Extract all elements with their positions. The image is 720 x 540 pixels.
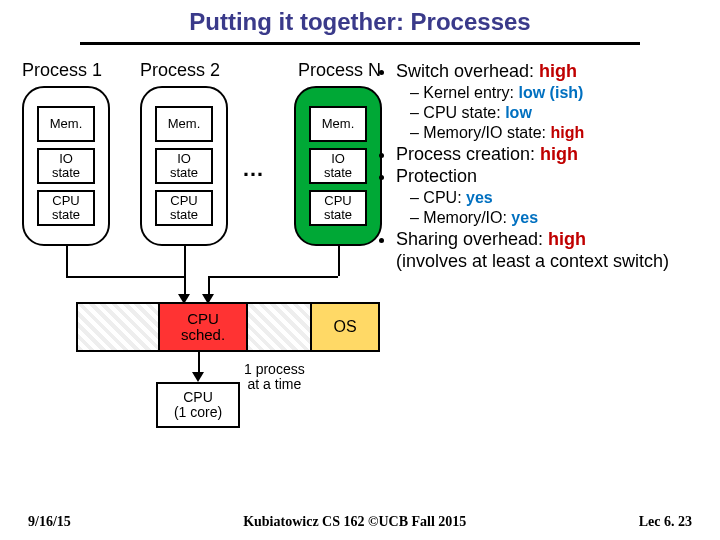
arrow-line: [338, 246, 340, 276]
footer-page: Lec 6. 23: [639, 514, 692, 530]
title-rule: [80, 42, 640, 45]
mem-block: Mem.: [309, 106, 367, 142]
arrow-line: [66, 276, 184, 278]
arrow-line: [198, 352, 200, 374]
footer-date: 9/16/15: [28, 514, 71, 530]
sub-bullet: Memory/IO: yes: [410, 208, 702, 228]
bullet-switch-overhead: Switch overhead: high Kernel entry: low …: [396, 60, 702, 143]
bullet-sharing-overhead: Sharing overhead: high(involves at least…: [396, 228, 702, 273]
sub-bullet: Kernel entry: low (ish): [410, 83, 702, 103]
process-2: Mem. IO state CPU state: [140, 86, 228, 246]
slide-title: Putting it together: Processes: [0, 0, 720, 42]
process-2-label: Process 2: [140, 60, 220, 81]
mem-block: Mem.: [155, 106, 213, 142]
arrow-head: [192, 372, 204, 382]
cpu-block: CPU state: [155, 190, 213, 226]
sub-bullet: CPU state: low: [410, 103, 702, 123]
bullet-value: high: [539, 61, 577, 81]
arrow-line: [208, 276, 338, 278]
bullet-protection: Protection CPU: yes Memory/IO: yes: [396, 165, 702, 228]
footer-course: Kubiatowicz CS 162 ©UCB Fall 2015: [243, 514, 466, 530]
bullet-process-creation: Process creation: high: [396, 143, 702, 166]
io-block: IO state: [37, 148, 95, 184]
cpu-block: CPU state: [309, 190, 367, 226]
process-1-label: Process 1: [22, 60, 102, 81]
io-block: IO state: [309, 148, 367, 184]
cpu-annotation: 1 process at a time: [244, 362, 305, 393]
cpu-core: CPU (1 core): [156, 382, 240, 428]
cpu-scheduler: CPU sched.: [158, 302, 248, 352]
io-block: IO state: [155, 148, 213, 184]
sub-bullet: Memory/IO state: high: [410, 123, 702, 143]
process-n: Mem. IO state CPU state: [294, 86, 382, 246]
diagram-stage: Process 1 Process 2 Process N Mem. IO st…: [18, 60, 702, 480]
ellipsis: …: [242, 156, 264, 182]
footer: 9/16/15 Kubiatowicz CS 162 ©UCB Fall 201…: [0, 514, 720, 530]
os-box: OS: [310, 302, 380, 352]
notes: Switch overhead: high Kernel entry: low …: [376, 60, 702, 273]
arrow-line: [66, 246, 68, 276]
bullet-text: Switch overhead:: [396, 61, 539, 81]
arrow-line: [184, 246, 186, 296]
mem-block: Mem.: [37, 106, 95, 142]
cpu-block: CPU state: [37, 190, 95, 226]
process-1: Mem. IO state CPU state: [22, 86, 110, 246]
arrow-line: [208, 276, 210, 296]
process-n-label: Process N: [298, 60, 381, 81]
sub-bullet: CPU: yes: [410, 188, 702, 208]
